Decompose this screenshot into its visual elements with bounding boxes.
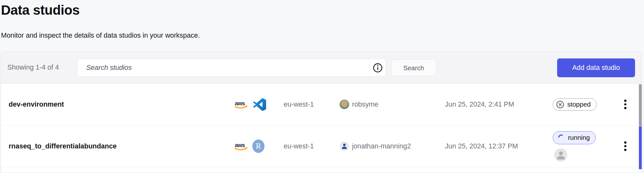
scrollbar-thumb-blue[interactable] <box>639 126 642 169</box>
region-label: eu-west-1 <box>284 142 340 150</box>
user-name: robsyme <box>352 101 378 109</box>
created-date: Jun 25, 2024, 2:41 PM <box>445 101 553 109</box>
row-menu-button[interactable] <box>622 97 629 112</box>
row-menu-button[interactable] <box>622 139 629 154</box>
user-avatar <box>340 100 349 109</box>
user-cell: robsyme <box>340 100 445 109</box>
vscode-icon <box>252 97 267 112</box>
svg-text:aws: aws <box>235 142 245 148</box>
toolbar: Showing 1-4 of 4 Search Add data studio <box>1 51 641 84</box>
search-button[interactable]: Search <box>391 59 436 76</box>
created-date: Jun 25, 2024, 12:37 PM <box>445 142 553 150</box>
user-cell: jonathan-manning2 <box>340 141 445 151</box>
page-subtitle: Monitor and inspect the details of data … <box>1 32 200 40</box>
search-input[interactable] <box>77 59 369 76</box>
spinner-icon <box>557 134 565 142</box>
aws-logo-icon: aws <box>234 141 249 151</box>
status-badge-running: running <box>553 131 596 144</box>
scrollbar-thumb-gray[interactable] <box>639 84 642 126</box>
user-person-icon <box>340 141 349 151</box>
avatar-placeholder-icon <box>554 148 567 162</box>
studio-icons-cell: aws <box>234 97 284 112</box>
status-label: running <box>568 134 590 141</box>
studio-name[interactable]: rnaseq_to_differentialabundance <box>9 142 234 150</box>
studio-name[interactable]: dev-environment <box>9 101 234 109</box>
studios-card: Showing 1-4 of 4 Search Add data studio <box>1 51 641 173</box>
r-letter: R <box>256 142 261 151</box>
status-cell: running <box>553 131 622 162</box>
rstudio-icon: R <box>252 139 264 153</box>
info-circle-icon <box>373 63 383 73</box>
studio-icons-cell: aws R <box>234 139 284 153</box>
table-row-rnaseq[interactable]: rnaseq_to_differentialabundance aws R eu… <box>1 125 641 167</box>
search-info-button[interactable] <box>369 59 386 76</box>
region-label: eu-west-1 <box>284 101 340 109</box>
svg-text:aws: aws <box>235 100 245 106</box>
data-studios-page: Data studios Monitor and inspect the det… <box>0 0 644 173</box>
circle-x-icon <box>556 100 564 109</box>
status-cell: stopped <box>553 98 622 111</box>
showing-count: Showing 1-4 of 4 <box>7 51 59 83</box>
status-badge-stopped: stopped <box>553 98 597 111</box>
table-row-dev-environment[interactable]: dev-environment aws <box>1 84 641 125</box>
page-title: Data studios <box>1 3 80 18</box>
search-input-group <box>77 59 386 77</box>
aws-logo-icon: aws <box>234 100 249 109</box>
user-name: jonathan-manning2 <box>352 142 411 150</box>
status-label: stopped <box>567 101 591 108</box>
table-row-partial <box>1 167 641 172</box>
add-data-studio-button[interactable]: Add data studio <box>557 58 635 77</box>
